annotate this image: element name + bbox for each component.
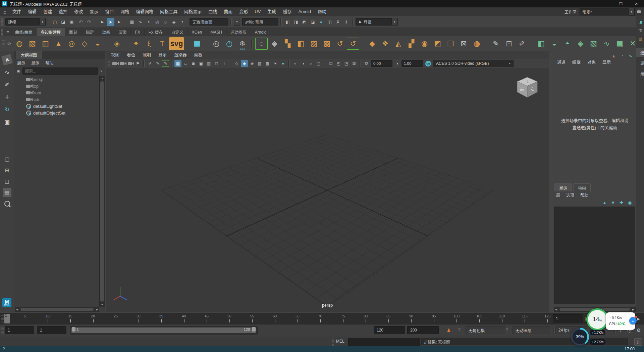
menu-item-曲面[interactable]: 曲面 — [220, 8, 236, 16]
smooth-shade-icon[interactable]: ◆ — [241, 60, 248, 67]
redo-icon[interactable]: ↷ — [85, 18, 93, 26]
scrollbar-thumb[interactable] — [100, 81, 104, 302]
monitor-add-button[interactable]: + — [629, 317, 637, 324]
menu-item-显示[interactable]: 显示 — [155, 51, 170, 59]
outliner-tab[interactable]: 大纲视图 — [16, 51, 42, 59]
workspace-lock-icon[interactable] — [637, 10, 641, 13]
tab-动画[interactable]: 动画 — [573, 183, 591, 191]
snap-options-arrow-icon[interactable]: ▾ — [178, 18, 186, 26]
rotate-live-icon[interactable]: ↺ — [347, 38, 359, 50]
viewport-toolbar-grip[interactable] — [108, 61, 110, 66]
channel-graph-icon[interactable]: ∿ — [627, 52, 634, 60]
bool-intersect-icon[interactable]: ◈ — [574, 38, 587, 50]
layer-list-well[interactable] — [554, 207, 635, 304]
tab-通道盒/层编辑器[interactable]: 通道盒/层编辑器 — [636, 48, 644, 57]
poly-cube-icon[interactable]: ▧ — [26, 38, 39, 50]
light-editor-icon[interactable]: ◫ — [326, 18, 333, 26]
paint-select-viewport-icon[interactable]: ✐ — [147, 60, 154, 67]
shelf-menu-icon[interactable]: ≡ — [4, 28, 11, 36]
anti-alias-icon[interactable]: ◒ — [307, 60, 314, 67]
menu-item-显示[interactable]: 显示 — [28, 59, 42, 67]
command-language-toggle[interactable]: MEL — [336, 339, 344, 344]
tab-运动图形[interactable]: 运动图形 — [226, 28, 251, 36]
poly-sphere-icon[interactable]: ◍ — [13, 38, 25, 50]
render-settings-icon[interactable]: ◪ — [309, 18, 317, 26]
menu-item-网格[interactable]: 网格 — [117, 8, 132, 16]
layout-split-pane-icon[interactable]: ◫ — [3, 177, 11, 186]
select-tool-icon[interactable]: ➤ — [1, 54, 13, 65]
outliner-item-defaultLightSet[interactable]: defaultLightSet — [14, 103, 100, 109]
menu-item-修改[interactable]: 修改 — [71, 8, 86, 16]
minimize-button[interactable]: ─ — [598, 0, 613, 7]
outliner-search-input[interactable] — [22, 68, 98, 75]
open-scene-icon[interactable]: ◪ — [59, 18, 67, 26]
bevel-icon[interactable]: ❖ — [379, 38, 391, 50]
svg-tool-icon[interactable]: svg — [169, 37, 184, 50]
menu-item-网格显示[interactable]: 网格显示 — [181, 8, 205, 16]
workspace-select[interactable]: 常规* — [580, 8, 629, 15]
menu-item-帮助[interactable]: 帮助 — [42, 59, 56, 67]
wireframe-on-shaded-icon[interactable]: ◈ — [249, 60, 256, 67]
select-by-object-icon[interactable]: ➤ — [107, 18, 114, 26]
tab-建模工具包[interactable]: 建模工具包 — [636, 69, 644, 78]
fold-icon[interactable]: ◩ — [431, 38, 444, 50]
select-by-component-icon[interactable]: ➤ — [115, 18, 123, 26]
current-frame-field[interactable]: 1 — [553, 314, 583, 323]
menu-item-面板[interactable]: 面板 — [191, 51, 206, 59]
layer-move-up-icon[interactable]: ▲ — [601, 199, 608, 207]
render-current-frame-icon[interactable]: ◨ — [292, 18, 300, 26]
tab-属性编辑器[interactable]: 属性编辑器 — [636, 59, 644, 67]
menu-item-渲染器[interactable]: 渲染器 — [170, 51, 191, 59]
outliner-horizontal-scrollbar[interactable]: ◀ ▶ — [15, 307, 99, 312]
transparency-icon[interactable]: ▢ — [315, 60, 322, 67]
layer-add-empty-icon[interactable]: ✚ — [618, 199, 625, 207]
lights-icon[interactable]: ☀ — [272, 60, 279, 67]
view-cube-right-label[interactable]: 右 — [531, 87, 535, 92]
snap-to-point-icon[interactable]: ● — [145, 18, 153, 26]
shelf-grip[interactable] — [1, 29, 3, 36]
wireframe-icon[interactable]: ◇ — [233, 60, 240, 67]
menu-item-层[interactable]: 层 — [553, 191, 563, 200]
menu-item-选择[interactable]: 选择 — [55, 8, 71, 16]
script-editor-icon[interactable]: {;} — [634, 338, 642, 346]
outliner-item-side[interactable]: side — [14, 96, 100, 103]
rail-toolkit-toggle-icon[interactable]: ▤ — [637, 36, 643, 42]
snap-to-projected-center-icon[interactable]: ◎ — [153, 18, 161, 26]
view-cube-top-label[interactable]: 上 — [526, 80, 529, 84]
tab-曲线/曲面[interactable]: 曲线/曲面 — [11, 28, 37, 36]
bool-difference-icon[interactable]: ◓ — [561, 38, 574, 50]
outliner-item-defaultObjectSet[interactable]: defaultObjectSet — [14, 109, 100, 116]
menu-item-缓存[interactable]: 缓存 — [279, 8, 295, 16]
reset-transform-icon[interactable]: ◷ — [223, 38, 235, 50]
type-tool-icon[interactable]: T — [156, 38, 168, 50]
menu-item-展示[interactable]: 展示 — [14, 59, 28, 67]
save-scene-icon[interactable]: ▣ — [68, 18, 75, 26]
circularize-icon[interactable]: ◉ — [418, 38, 431, 50]
textured-icon[interactable]: ▨ — [256, 60, 263, 67]
viewport-canvas[interactable]: 上 前 右 persp — [106, 68, 549, 312]
playback-range-slider[interactable]: 1 120 — [70, 326, 258, 335]
range-start-handle[interactable] — [72, 327, 75, 332]
outliner-filter-icon[interactable]: ▣ — [15, 68, 21, 74]
motion-blur-icon[interactable]: ◑ — [300, 60, 307, 67]
tab-显示[interactable]: 显示 — [554, 183, 572, 191]
menu-item-曲线[interactable]: 曲线 — [205, 8, 220, 16]
menu-item-窗口[interactable]: 窗口 — [102, 8, 117, 16]
menu-item-Arnold[interactable]: Arnold — [295, 8, 314, 16]
color-management-toggle[interactable]: ON — [425, 61, 431, 67]
make-live-icon[interactable]: ◈ — [170, 18, 178, 26]
crease-tool-icon[interactable]: ✎ — [490, 38, 502, 50]
hypershade-icon[interactable]: ● — [317, 18, 325, 26]
poly-cylinder-icon[interactable]: ▥ — [39, 38, 52, 50]
view-cube[interactable]: 上 前 右 — [513, 75, 541, 103]
menu-item-显示[interactable]: 显示 — [86, 8, 102, 16]
tab-MASH[interactable]: MASH — [206, 29, 226, 36]
rotate-tool-icon[interactable]: ↻ — [2, 105, 12, 114]
tab-自定义[interactable]: 自定义 — [167, 28, 187, 36]
zoom-tool-icon[interactable] — [3, 199, 11, 208]
poly-cone-icon[interactable]: ▲ — [52, 38, 65, 50]
menu-item-生成[interactable]: 生成 — [264, 8, 279, 16]
grid-toggle-icon[interactable]: ▦ — [174, 60, 181, 67]
menu-item-编辑网格[interactable]: 编辑网格 — [132, 8, 157, 16]
menu-item-照明[interactable]: 照明 — [139, 51, 155, 59]
